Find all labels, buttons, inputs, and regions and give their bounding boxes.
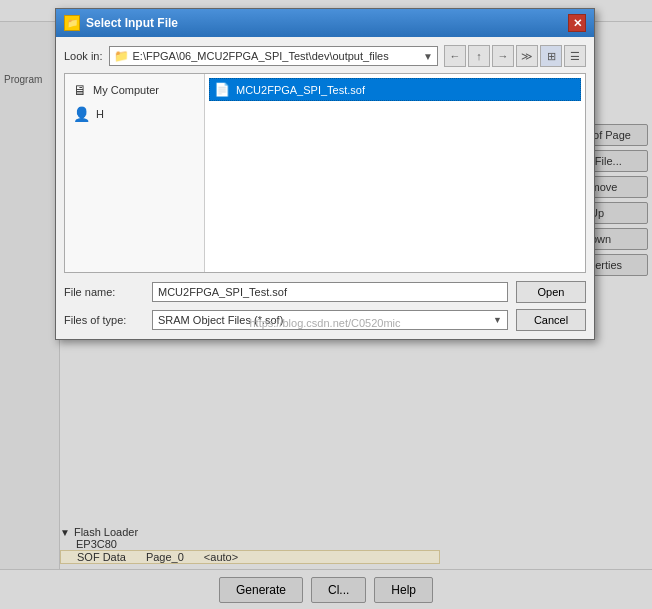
dialog-body: Look in: 📁 E:\FPGA\06_MCU2FPGA_SPI_Test\… [56, 37, 594, 339]
filetype-value: SRAM Object Files (*.sof) [158, 314, 283, 326]
up-dir-button[interactable]: ↑ [468, 45, 490, 67]
file-item-sof[interactable]: 📄 MCU2FPGA_SPI_Test.sof [209, 78, 581, 101]
lookin-dropdown[interactable]: 📁 E:\FPGA\06_MCU2FPGA_SPI_Test\dev\outpu… [109, 46, 438, 66]
filename-label: File name: [64, 286, 144, 298]
dialog-titlebar: 📁 Select Input File ✕ [56, 9, 594, 37]
dialog-title: Select Input File [86, 16, 178, 30]
filetype-arrow-icon: ▼ [493, 315, 502, 325]
view-grid-button[interactable]: ⊞ [540, 45, 562, 67]
cancel-button[interactable]: Cancel [516, 309, 586, 331]
file-browser: 🖥 My Computer 👤 H 📄 MCU2FPGA_SPI_Test.so… [64, 73, 586, 273]
nav-item-label: My Computer [93, 84, 159, 96]
file-pane[interactable]: 📄 MCU2FPGA_SPI_Test.sof [205, 74, 585, 272]
folder-icon: 📁 [67, 18, 78, 28]
folder-yellow-icon: 📁 [114, 49, 129, 63]
lookin-row: Look in: 📁 E:\FPGA\06_MCU2FPGA_SPI_Test\… [64, 45, 586, 67]
open-button[interactable]: Open [516, 281, 586, 303]
lookin-label: Look in: [64, 50, 103, 62]
dialog-close-button[interactable]: ✕ [568, 14, 586, 32]
toolbar-icons: ← ↑ → ≫ ⊞ ☰ [444, 45, 586, 67]
nav-item-my-computer[interactable]: 🖥 My Computer [69, 78, 200, 102]
forward-button[interactable]: → [492, 45, 514, 67]
filename-input[interactable] [152, 282, 508, 302]
lookin-path-text: E:\FPGA\06_MCU2FPGA_SPI_Test\dev\output_… [133, 50, 420, 62]
back-button[interactable]: ← [444, 45, 466, 67]
file-item-name: MCU2FPGA_SPI_Test.sof [236, 84, 365, 96]
dropdown-chevron-icon: ▼ [423, 51, 433, 62]
nav-pane: 🖥 My Computer 👤 H [65, 74, 205, 272]
filetype-label: Files of type: [64, 314, 144, 326]
titlebar-left: 📁 Select Input File [64, 15, 178, 31]
user-icon: 👤 [73, 106, 90, 122]
dialog-overlay: 📁 Select Input File ✕ Look in: 📁 E:\FPGA… [0, 0, 652, 609]
select-input-file-dialog: 📁 Select Input File ✕ Look in: 📁 E:\FPGA… [55, 8, 595, 340]
dialog-icon: 📁 [64, 15, 80, 31]
view-list-button[interactable]: ☰ [564, 45, 586, 67]
filetype-row: Files of type: SRAM Object Files (*.sof)… [64, 309, 586, 331]
menu-button[interactable]: ≫ [516, 45, 538, 67]
sof-file-icon: 📄 [214, 82, 230, 97]
filename-row: File name: Open [64, 281, 586, 303]
filetype-dropdown[interactable]: SRAM Object Files (*.sof) ▼ [152, 310, 508, 330]
computer-icon: 🖥 [73, 82, 87, 98]
nav-item-h-label: H [96, 108, 104, 120]
nav-item-h[interactable]: 👤 H [69, 102, 200, 126]
